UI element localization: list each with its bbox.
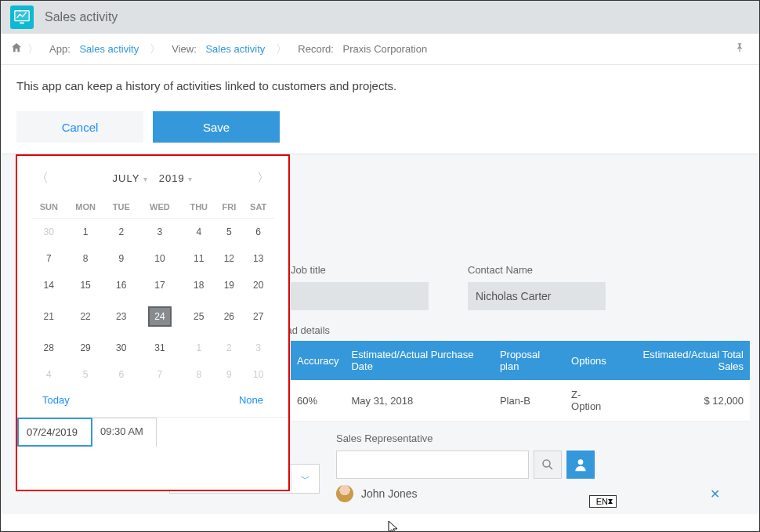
crumb-view-link[interactable]: Sales activity [205, 43, 265, 55]
calendar-day[interactable]: 25 [182, 299, 215, 335]
table-row[interactable]: 60% May 31, 2018 Plan-B Z-Option $ 12,00… [291, 380, 750, 422]
toolbar: Cancel Save [1, 107, 759, 154]
sales-rep-input[interactable] [336, 451, 529, 479]
chevron-down-icon: ▾ [188, 175, 193, 183]
calendar-day[interactable]: 8 [67, 245, 105, 272]
calendar-day[interactable]: 31 [138, 335, 182, 361]
svg-rect-2 [20, 22, 24, 24]
calendar-day[interactable]: 26 [215, 299, 242, 335]
calendar-day[interactable]: 23 [105, 299, 138, 335]
prev-month-button[interactable]: 〈 [36, 170, 49, 186]
cursor-icon [388, 520, 400, 532]
calendar-day[interactable]: 3 [242, 335, 274, 361]
contact-name-label: Contact Name [468, 264, 606, 276]
calendar-day[interactable]: 5 [67, 361, 105, 388]
calendar-day[interactable]: 9 [105, 245, 138, 272]
calendar-day[interactable]: 30 [105, 335, 138, 361]
calendar-day[interactable]: 6 [242, 219, 274, 246]
search-button[interactable] [534, 451, 562, 479]
calendar-day[interactable]: 18 [182, 272, 215, 299]
calendar-day[interactable]: 16 [105, 272, 138, 299]
calendar-day[interactable]: 20 [242, 272, 274, 299]
col-accuracy: Accuracy [291, 341, 345, 380]
col-proposal-plan: Proposal plan [494, 341, 565, 380]
calendar-day[interactable]: 28 [31, 335, 67, 361]
calendar-day[interactable]: 6 [105, 361, 138, 388]
calendar-day[interactable]: 10 [242, 361, 274, 388]
calendar-day[interactable]: 4 [182, 219, 215, 246]
calendar-day[interactable]: 2 [215, 335, 242, 361]
calendar-day[interactable]: 15 [67, 272, 105, 299]
sales-rep-label: Sales Representative [336, 432, 751, 444]
none-button[interactable]: None [239, 394, 263, 406]
calendar-day[interactable]: 19 [215, 272, 242, 299]
home-icon[interactable] [10, 42, 23, 57]
calendar-day[interactable]: 11 [182, 245, 215, 272]
calendar-day[interactable]: 13 [242, 245, 274, 272]
cancel-button[interactable]: Cancel [16, 111, 143, 143]
svg-point-3 [543, 460, 550, 467]
contact-name-field[interactable] [468, 282, 606, 310]
language-selector[interactable]: EN [589, 495, 617, 508]
crumb-app-link[interactable]: Sales activity [79, 43, 139, 55]
calendar-day[interactable]: 3 [138, 219, 182, 246]
calendar-day[interactable]: 4 [31, 361, 67, 388]
save-button[interactable]: Save [153, 111, 280, 143]
month-select[interactable]: JULY ▾ [113, 172, 148, 184]
time-input[interactable]: 09:30 AM [92, 418, 157, 447]
calendar-day[interactable]: 12 [215, 245, 242, 272]
chevron-right-icon: 〉 [276, 42, 287, 56]
datepicker-panel: 〈 JULY ▾ 2019 ▾ 〉 SUNMONTUEWEDTHUFRISAT … [16, 154, 290, 491]
job-title-field[interactable] [291, 282, 429, 310]
sales-rep-chip: John Jones ✕ [336, 485, 751, 502]
page-title: Sales activity [45, 10, 118, 24]
col-purchase-date: Estimated/Actual Purchase Date [345, 341, 493, 380]
calendar-day[interactable]: 27 [242, 299, 274, 335]
calendar-day[interactable]: 22 [67, 299, 105, 335]
app-description: This app can keep a history of activitie… [1, 65, 759, 107]
calendar-day[interactable]: 10 [138, 245, 182, 272]
svg-line-4 [549, 466, 552, 469]
chevron-down-icon: ▾ [143, 175, 148, 183]
calendar-day[interactable]: 21 [31, 299, 67, 335]
person-button[interactable] [566, 451, 595, 479]
calendar-day[interactable]: 1 [67, 219, 105, 246]
chevron-down-icon[interactable]: ﹀ [291, 465, 319, 493]
calendar-day[interactable]: 7 [138, 361, 182, 388]
crumb-view: View: Sales activity [165, 43, 271, 55]
col-options: Options [565, 341, 617, 380]
app-icon [10, 5, 34, 29]
calendar-day[interactable]: 17 [138, 272, 182, 299]
crumb-record: Record: Praxis Corporation [291, 43, 433, 55]
job-title-label: Job title [291, 264, 429, 276]
sales-rep-name: John Jones [361, 487, 418, 500]
calendar-day[interactable]: 1 [182, 335, 215, 361]
calendar-day[interactable]: 5 [215, 219, 242, 246]
calendar-day[interactable]: 7 [31, 245, 67, 272]
title-bar: Sales activity [1, 1, 759, 34]
calendar-day[interactable]: 30 [31, 219, 67, 246]
date-input[interactable]: 07/24/2019 [17, 418, 92, 447]
today-button[interactable]: Today [42, 394, 70, 406]
calendar-day[interactable]: 14 [31, 272, 67, 299]
calendar-day[interactable]: 9 [215, 361, 242, 388]
calendar-day[interactable]: 24 [138, 299, 182, 335]
chevron-right-icon: 〉 [27, 42, 38, 56]
crumb-app: App: Sales activity [43, 43, 145, 55]
lead-details-table: Accuracy Estimated/Actual Purchase Date … [291, 341, 750, 422]
workspace: 〈 JULY ▾ 2019 ▾ 〉 SUNMONTUEWEDTHUFRISAT … [1, 154, 759, 514]
calendar-day[interactable]: 2 [105, 219, 138, 246]
year-select[interactable]: 2019 ▾ [159, 172, 194, 184]
remove-rep-button[interactable]: ✕ [710, 487, 720, 501]
chevron-right-icon: 〉 [150, 42, 161, 56]
next-month-button[interactable]: 〉 [257, 170, 270, 186]
lead-details-label: Lead details [275, 324, 751, 336]
calendar-day[interactable]: 8 [182, 361, 215, 388]
pin-icon[interactable] [734, 42, 745, 56]
calendar-day[interactable]: 29 [67, 335, 105, 361]
calendar-grid: SUNMONTUEWEDTHUFRISAT 301234567891011121… [31, 196, 274, 388]
avatar [336, 485, 353, 502]
svg-point-5 [578, 459, 584, 465]
col-total-sales: Estimated/Actual Total Sales [617, 341, 750, 380]
breadcrumb: 〉 App: Sales activity 〉 View: Sales acti… [1, 34, 759, 65]
